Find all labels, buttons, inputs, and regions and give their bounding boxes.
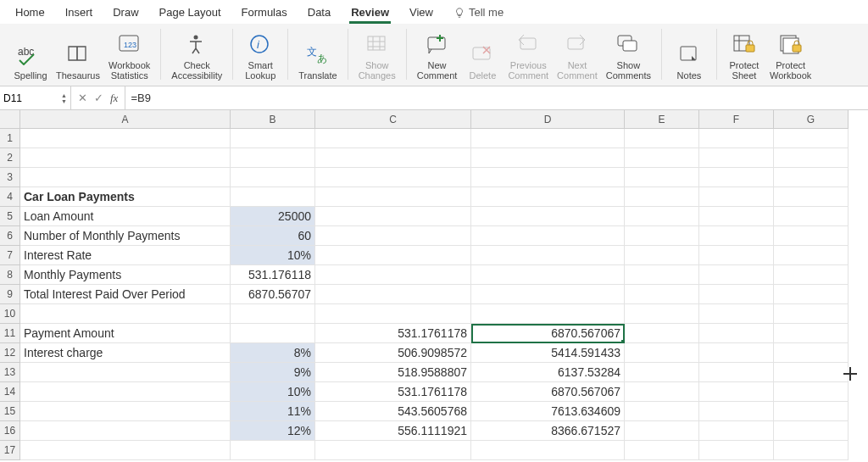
cell-G6[interactable]: [774, 226, 849, 246]
cell-A15[interactable]: [20, 402, 231, 421]
cell-C6[interactable]: [315, 226, 471, 246]
cell-E16[interactable]: [625, 421, 699, 441]
cell-C3[interactable]: [315, 168, 471, 187]
tab-view[interactable]: View: [399, 1, 443, 22]
tab-data[interactable]: Data: [298, 1, 341, 22]
cell-G16[interactable]: [774, 421, 849, 441]
column-header[interactable]: B: [231, 110, 315, 129]
cell-G5[interactable]: [774, 207, 849, 226]
cell-D14[interactable]: 6870.567067: [471, 382, 625, 402]
cell-F5[interactable]: [699, 207, 774, 226]
cell-D8[interactable]: [471, 265, 625, 285]
cell-D13[interactable]: 6137.53284: [471, 363, 625, 382]
cell-F16[interactable]: [699, 421, 774, 441]
chevron-down-icon[interactable]: ▼: [61, 98, 67, 104]
cell-E9[interactable]: [625, 285, 699, 304]
cell-E5[interactable]: [625, 207, 699, 226]
cell-B14[interactable]: 10%: [231, 382, 315, 402]
cell-G3[interactable]: [774, 168, 849, 187]
column-header[interactable]: C: [315, 110, 471, 129]
cell-G10[interactable]: [774, 304, 849, 324]
cell-A11[interactable]: Payment Amount: [20, 324, 231, 343]
cell-C7[interactable]: [315, 246, 471, 265]
tab-insert[interactable]: Insert: [55, 1, 103, 22]
cell-C4[interactable]: [315, 187, 471, 207]
cell-A6[interactable]: Number of Monthly Payments: [20, 226, 231, 246]
row-header[interactable]: 12: [0, 343, 20, 363]
cell-E8[interactable]: [625, 265, 699, 285]
cancel-formula-button[interactable]: ✕: [78, 92, 87, 104]
name-box[interactable]: ▲▼: [0, 86, 71, 109]
cell-E1[interactable]: [625, 129, 699, 148]
cell-F15[interactable]: [699, 402, 774, 421]
cell-A14[interactable]: [20, 382, 231, 402]
cell-G13[interactable]: [774, 363, 849, 382]
cell-C11[interactable]: 531.1761178: [315, 324, 471, 343]
cell-D15[interactable]: 7613.634609: [471, 402, 625, 421]
cell-A7[interactable]: Interest Rate: [20, 246, 231, 265]
cell-B13[interactable]: 9%: [231, 363, 315, 382]
cell-E14[interactable]: [625, 382, 699, 402]
cell-B11[interactable]: [231, 324, 315, 343]
column-header[interactable]: D: [471, 110, 625, 129]
select-all-corner[interactable]: [0, 110, 20, 129]
cell-B6[interactable]: 60: [231, 226, 315, 246]
protect-sheet-button[interactable]: Protect Sheet: [727, 31, 761, 81]
cell-E3[interactable]: [625, 168, 699, 187]
notes-button[interactable]: Notes: [672, 42, 706, 81]
cell-C2[interactable]: [315, 148, 471, 168]
cell-E6[interactable]: [625, 226, 699, 246]
cell-E15[interactable]: [625, 402, 699, 421]
cell-A5[interactable]: Loan Amount: [20, 207, 231, 226]
cell-B16[interactable]: 12%: [231, 421, 315, 441]
translate-button[interactable]: 文あ Translate: [298, 42, 337, 81]
cell-E4[interactable]: [625, 187, 699, 207]
formula-input[interactable]: =B9: [125, 86, 868, 109]
cell-A13[interactable]: [20, 363, 231, 382]
cell-G17[interactable]: [774, 441, 849, 460]
row-header[interactable]: 11: [0, 324, 20, 343]
cell-G8[interactable]: [774, 265, 849, 285]
column-header[interactable]: A: [20, 110, 231, 129]
row-header[interactable]: 2: [0, 148, 20, 168]
tell-me-search[interactable]: Tell me: [443, 1, 514, 22]
column-header[interactable]: E: [625, 110, 699, 129]
row-header[interactable]: 14: [0, 382, 20, 402]
cell-C13[interactable]: 518.9588807: [315, 363, 471, 382]
cell-F1[interactable]: [699, 129, 774, 148]
cell-F17[interactable]: [699, 441, 774, 460]
cell-B2[interactable]: [231, 148, 315, 168]
cell-F10[interactable]: [699, 304, 774, 324]
cell-A2[interactable]: [20, 148, 231, 168]
cell-D5[interactable]: [471, 207, 625, 226]
cell-C1[interactable]: [315, 129, 471, 148]
cell-E12[interactable]: [625, 343, 699, 363]
cell-G1[interactable]: [774, 129, 849, 148]
cell-B12[interactable]: 8%: [231, 343, 315, 363]
cell-F11[interactable]: [699, 324, 774, 343]
row-header[interactable]: 13: [0, 363, 20, 382]
cell-B9[interactable]: 6870.56707: [231, 285, 315, 304]
cell-A17[interactable]: [20, 441, 231, 460]
cell-G12[interactable]: [774, 343, 849, 363]
cell-A12[interactable]: Interest charge: [20, 343, 231, 363]
cell-F14[interactable]: [699, 382, 774, 402]
cell-F4[interactable]: [699, 187, 774, 207]
cell-D7[interactable]: [471, 246, 625, 265]
cell-B3[interactable]: [231, 168, 315, 187]
row-header[interactable]: 1: [0, 129, 20, 148]
cell-A3[interactable]: [20, 168, 231, 187]
cell-A8[interactable]: Monthly Payments: [20, 265, 231, 285]
cell-A10[interactable]: [20, 304, 231, 324]
name-box-input[interactable]: [3, 92, 46, 104]
cell-D10[interactable]: [471, 304, 625, 324]
cell-G4[interactable]: [774, 187, 849, 207]
row-header[interactable]: 17: [0, 441, 20, 460]
row-header[interactable]: 7: [0, 246, 20, 265]
cell-F12[interactable]: [699, 343, 774, 363]
cell-E10[interactable]: [625, 304, 699, 324]
cell-E17[interactable]: [625, 441, 699, 460]
cell-E11[interactable]: [625, 324, 699, 343]
cell-A4[interactable]: Car Loan Payments: [20, 187, 231, 207]
cell-G11[interactable]: [774, 324, 849, 343]
